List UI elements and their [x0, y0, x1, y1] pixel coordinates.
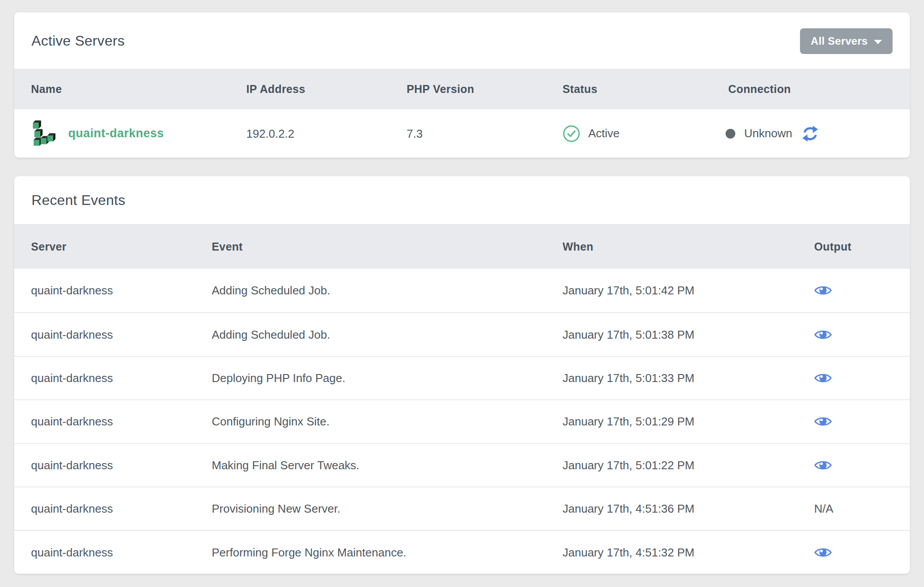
event-server-name: quaint-darkness [31, 415, 113, 429]
event-server-name: quaint-darkness [31, 545, 113, 559]
event-timestamp: January 17th, 5:01:22 PM [563, 458, 695, 472]
event-description: Provisioning New Server. [212, 502, 340, 516]
check-circle-icon [563, 125, 580, 143]
active-servers-title: Active Servers [31, 32, 124, 49]
recent-events-title: Recent Events [31, 192, 125, 209]
event-row: quaint-darkness Performing Forge Nginx M… [14, 530, 910, 573]
event-timestamp: January 17th, 4:51:32 PM [563, 545, 695, 559]
eye-icon [814, 372, 832, 384]
event-row: quaint-darkness Provisioning New Server.… [14, 487, 910, 530]
all-servers-dropdown-label: All Servers [811, 35, 868, 47]
eye-icon [814, 284, 832, 297]
eye-icon [814, 546, 832, 559]
event-timestamp: January 17th, 5:01:33 PM [563, 371, 695, 385]
output-not-available: N/A [814, 502, 833, 516]
column-header-when: When [563, 240, 594, 253]
event-row: quaint-darkness Adding Scheduled Job. Ja… [14, 312, 910, 355]
event-server-name: quaint-darkness [31, 371, 113, 385]
recent-events-rows: quaint-darkness Adding Scheduled Job. Ja… [14, 269, 910, 574]
event-server-name: quaint-darkness [31, 458, 113, 472]
column-header-ip-address: IP Address [246, 83, 305, 96]
active-servers-panel: Active Servers All Servers Name IP Addre… [14, 12, 910, 158]
event-timestamp: January 17th, 5:01:38 PM [563, 328, 695, 341]
event-description: Making Final Server Tweaks. [212, 458, 359, 472]
view-output-button[interactable] [814, 546, 832, 559]
column-header-event: Event [212, 240, 243, 253]
view-output-button[interactable] [814, 372, 832, 384]
event-timestamp: January 17th, 4:51:36 PM [563, 502, 695, 516]
dot-icon [726, 129, 735, 139]
refresh-connection-button[interactable] [802, 125, 819, 142]
server-name-link[interactable]: quaint-darkness [68, 127, 164, 140]
event-timestamp: January 17th, 5:01:29 PM [563, 415, 695, 429]
column-header-server: Server [31, 240, 66, 253]
view-output-button[interactable] [814, 415, 832, 428]
event-server-name: quaint-darkness [31, 284, 113, 297]
event-description: Adding Scheduled Job. [212, 328, 330, 341]
event-row: quaint-darkness Adding Scheduled Job. Ja… [14, 269, 910, 312]
refresh-icon [802, 125, 819, 142]
event-row: quaint-darkness Configuring Nginx Site. … [14, 399, 910, 443]
caret-down-icon [874, 40, 882, 44]
server-connection-text: Unknown [744, 127, 792, 140]
server-status-text: Active [588, 127, 620, 140]
event-description: Deploying PHP Info Page. [212, 371, 346, 385]
event-row: quaint-darkness Making Final Server Twea… [14, 443, 910, 487]
event-server-name: quaint-darkness [31, 328, 113, 341]
recent-events-panel: Recent Events Server Event When Output q… [14, 176, 910, 574]
column-header-connection: Connection [728, 83, 791, 96]
event-row: quaint-darkness Deploying PHP Info Page.… [14, 356, 910, 399]
view-output-button[interactable] [814, 284, 832, 297]
all-servers-dropdown-button[interactable]: All Servers [800, 28, 893, 54]
server-php-version: 7.3 [407, 127, 423, 140]
eye-icon [814, 415, 832, 428]
server-row: quaint-darkness 192.0.2.2 7.3 Active Unk… [14, 109, 910, 158]
event-description: Adding Scheduled Job. [212, 284, 330, 297]
server-cubes-icon [30, 120, 56, 147]
event-server-name: quaint-darkness [31, 502, 113, 516]
view-output-button[interactable] [814, 328, 832, 341]
eye-icon [814, 459, 832, 471]
event-timestamp: January 17th, 5:01:42 PM [563, 284, 695, 297]
view-output-button[interactable] [814, 459, 832, 471]
column-header-name: Name [31, 83, 62, 96]
column-header-output: Output [814, 240, 851, 253]
active-servers-table-header: Name IP Address PHP Version Status Conne… [14, 69, 910, 109]
column-header-status: Status [563, 83, 598, 96]
column-header-php-version: PHP Version [407, 83, 474, 96]
server-ip-address: 192.0.2.2 [246, 127, 294, 140]
event-description: Performing Forge Nginx Maintenance. [212, 545, 406, 559]
recent-events-table-header: Server Event When Output [14, 224, 910, 269]
event-description: Configuring Nginx Site. [212, 415, 330, 429]
eye-icon [814, 328, 832, 341]
